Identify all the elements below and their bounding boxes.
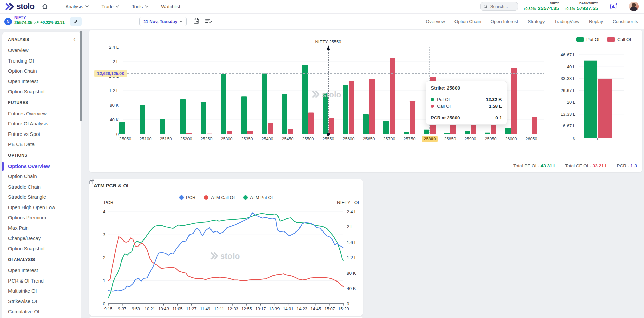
svg-text:25700: 25700 [383,137,395,141]
sidebar-item-options-premium[interactable]: Options Premium [2,213,81,223]
link-tradingview[interactable]: TradingView [554,19,579,24]
sidebar-item-straddle-strangle[interactable]: Straddle Strangle [2,192,81,202]
spot-marker: NIFTY 25550 [315,39,341,136]
svg-text:2.4 L: 2.4 L [347,209,357,214]
sidebar-item-options-overview[interactable]: Options Overview [2,161,81,172]
sidebar-item-open-high-open-low[interactable]: Open High Open Low [2,202,81,213]
svg-text:25950: 25950 [485,137,497,141]
svg-text:14:01: 14:01 [283,307,293,311]
sidebar-item-futures-overview[interactable]: Futures Overview [2,108,81,119]
list-check-icon [205,18,212,24]
divider [426,112,507,112]
svg-text:13:17: 13:17 [255,307,266,311]
sidebar-item-option-chain[interactable]: Option Chain [2,171,81,182]
svg-text:25800: 25800 [424,137,436,141]
date-selector[interactable]: 11 Nov, Tuesday [139,17,187,26]
total-oi-chart[interactable]: 06.67 L13.33 L20 L26.67 L33.33 L40 L46.6… [561,52,624,141]
menu-label: Watchlist [161,4,180,9]
tooltip-value: 12.32 K [486,97,502,102]
link-overview[interactable]: Overview [426,19,445,24]
svg-text:25400: 25400 [262,137,273,141]
search-box[interactable] [480,2,518,11]
strike-oi-chart[interactable]: 040 K80 K1.2 L1.6 L2 L2.4 Lstolo12,628,1… [89,30,642,172]
menu-watchlist[interactable]: Watchlist [161,4,180,9]
link-replay[interactable]: Replay [589,19,603,24]
atm-legend: PCR ATM Call OI ATM Put OI [89,195,363,200]
sidebar-scrollbar[interactable] [80,31,82,121]
menu-tools[interactable]: Tools [132,4,149,9]
symbol-name[interactable]: NIFTY [14,15,65,20]
sidebar-item-option-snapshot[interactable]: Option Snapshot [2,87,81,97]
svg-text:2: 2 [103,255,105,260]
sidebar-item-trending-oi[interactable]: Trending OI [2,56,81,66]
svg-text:25150: 25150 [160,137,172,141]
sidebar-item-option-chain[interactable]: Option Chain [2,66,81,76]
link-open-interest[interactable]: Open Interest [491,19,518,24]
sidebar-item-option-snapshot[interactable]: Option Snapshot [2,244,81,254]
call-oi-dot-icon [431,105,434,108]
link-constituents[interactable]: Constituents [613,19,638,24]
svg-text:33.33 L: 33.33 L [561,76,575,81]
sidebar-item-strikewise-oi[interactable]: Strikewise OI [2,296,81,307]
tooltip-label: Put OI [437,97,450,102]
symbol-price: 25574.35 [14,20,32,25]
sidebar-item-max-pain[interactable]: Max Pain [2,223,81,234]
ticker-nifty[interactable]: NIFTY +0.32% 25574.35 [523,2,559,11]
section-title: OI ANALYSIS [8,257,35,262]
calendar-button[interactable] [193,18,200,24]
svg-text:stolo: stolo [322,90,341,99]
svg-text:stolo: stolo [220,251,240,261]
sidebar-item-change-decay[interactable]: Change/Decay [2,233,81,244]
sidebar-section-oi-analysis: OI ANALYSIS [2,254,81,265]
svg-text:NIFTY 25550: NIFTY 25550 [315,39,341,44]
sidebar-item-straddle-chain[interactable]: Straddle Chain [2,182,81,192]
stolo-logo[interactable]: stolo [5,2,34,11]
time-axis: 9:159:379:5910:2110:4311:0511:2711:4912:… [104,304,349,311]
oi-legend[interactable]: Put OICall OI [576,37,631,42]
sidebar-item-overview[interactable]: Overview [2,45,81,56]
home-button[interactable] [42,3,48,10]
sidebar-item-multistrike-oi[interactable]: Multistrike OI [2,286,81,296]
sidebar-item-pe-ce-data[interactable]: PE CE Data [2,139,81,150]
link-strategy[interactable]: Strategy [528,19,545,24]
sidebar-item-open-interest[interactable]: Open Interest [2,76,81,87]
menu-analysis[interactable]: Analysis [65,4,88,9]
total-value: 33.21 L [593,163,608,168]
legend-pcr[interactable]: PCR [179,195,195,200]
expiry-list-button[interactable] [205,18,212,24]
sidebar-item-cumulative-oi[interactable]: Cumulative OI [2,307,81,317]
chevron-down-icon [179,20,183,23]
divider [426,94,507,94]
menu-trade[interactable]: Trade [102,4,119,9]
sidebar-item-open-interest[interactable]: Open Interest [2,265,81,276]
watermark: stolo [313,90,341,99]
ticker-banknifty[interactable]: BANKNIFTY +0.1% 57937.55 [564,2,598,11]
legend-atm-call-oi[interactable]: ATM Call OI [204,195,235,200]
total-label: PCR - [617,163,629,168]
menu-label: Analysis [65,4,83,9]
user-avatar[interactable] [629,2,639,11]
legend-atm-put-oi[interactable]: ATM Put OI [243,195,273,200]
sidebar-item-intraday-oi-breakup[interactable]: Intraday OI Breakup [2,317,81,318]
home-icon [42,3,48,10]
sidebar-item-future-vs-spot[interactable]: Future vs Spot [2,129,81,140]
svg-text:25900: 25900 [465,137,476,141]
sidebar-item-future-oi-analysis[interactable]: Future OI Analysis [2,119,81,129]
section-title: OPTIONS [8,153,27,158]
watermark: stolo [212,251,240,261]
tooltip-footer: PCR at 25800 0.1 [431,115,502,120]
svg-text:15:29: 15:29 [338,307,349,311]
link-option-chain[interactable]: Option Chain [454,19,481,24]
svg-text:Call OI: Call OI [617,37,631,42]
search-input[interactable] [490,4,514,9]
axis-labels: 040 K80 K1.2 L1.6 L2 L2.4 L [109,45,119,137]
chevron-down-icon [85,5,89,8]
symbol-change: +0.32% 82.31 [40,20,64,25]
strike-labels: 2505025100251502520025250253002535025400… [119,136,537,142]
ticker-name: BANKNIFTY [564,2,598,5]
edit-symbol-button[interactable] [70,17,82,26]
add-chart-icon[interactable] [610,3,617,10]
svg-text:15:07: 15:07 [324,307,335,311]
sidebar-item-pcr-oi-trend[interactable]: PCR & OI Trend [2,276,81,286]
chart-tooltip: Strike: 25800 Put OI 12.32 K Call OI 1.5… [426,81,507,125]
